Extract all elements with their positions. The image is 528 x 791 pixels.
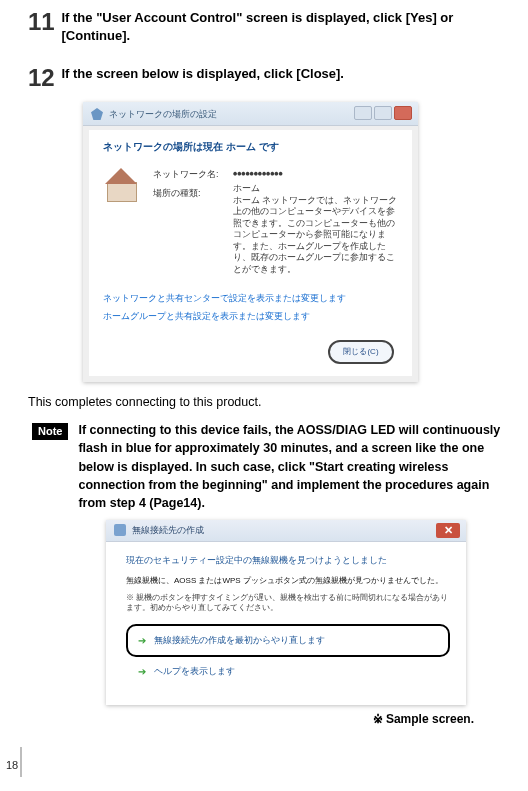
link-network-center[interactable]: ネットワークと共有センターで設定を表示または変更します (103, 289, 398, 307)
dialog1-label-column: ネットワーク名: 場所の種類: (153, 168, 219, 275)
wireless-creation-dialog: 無線接続先の作成 ✕ 現在のセキュリティー設定中の無線親機を見つけようとしました… (106, 520, 466, 705)
page-number: 18 (6, 758, 18, 773)
help-option[interactable]: ➔ ヘルプを表示します (126, 665, 450, 679)
step-11-text: If the "User Account Control" screen is … (61, 6, 501, 44)
dialog2-title: 無線接続先の作成 (132, 524, 204, 536)
dialog2-titlebar: 無線接続先の作成 ✕ (106, 520, 466, 542)
dialog2-line3: ※ 親機のボタンを押すタイミングが遅い、親機を検出する前に時間切れになる場合があ… (126, 593, 450, 614)
step-12-number: 12 (28, 62, 58, 94)
help-label: ヘルプを表示します (154, 666, 235, 677)
completion-text: This completes connecting to this produc… (28, 394, 508, 411)
dialog2-line1: 現在のセキュリティー設定中の無線親機を見つけようとしました (126, 554, 450, 566)
note-badge: Note (32, 423, 68, 440)
note-text: If connecting to this device fails, the … (78, 421, 508, 512)
step-12: 12 If the screen below is displayed, cli… (28, 62, 508, 94)
close-button-highlight[interactable]: 閉じる(C) (328, 340, 394, 364)
dialog2-line2: 無線親機に、AOSS またはWPS プッシュボタン式の無線親機が見つかりませんで… (126, 576, 450, 587)
house-icon (103, 168, 139, 204)
dialog1-title: ネットワークの場所の設定 (109, 108, 217, 120)
label-location-type: 場所の種類: (153, 187, 219, 201)
network-location-dialog: ネットワークの場所の設定 ネットワークの場所は現在 ホーム です ネットワーク名… (83, 102, 418, 382)
value-location-type: ホーム (233, 183, 398, 194)
window-close-button[interactable] (394, 106, 412, 120)
dialog1-labels: ネットワーク名: 場所の種類: ●●●●●●●●●●●● ホーム ホーム ネット… (153, 168, 398, 275)
link-homegroup[interactable]: ホームグループと共有設定を表示または変更します (103, 307, 398, 325)
dialog2-close-button[interactable]: ✕ (436, 523, 460, 538)
value-network-name: ●●●●●●●●●●●● (233, 168, 398, 179)
sample-screen-caption: ※ Sample screen. (28, 711, 508, 727)
network-icon (91, 108, 103, 120)
note-row: Note If connecting to this device fails,… (32, 421, 508, 512)
dialog1-heading: ネットワークの場所は現在 ホーム です (103, 140, 398, 154)
dialog1-value-column: ●●●●●●●●●●●● ホーム ホーム ネットワークでは、ネットワーク上の他の… (233, 168, 398, 275)
wireless-icon (114, 524, 126, 536)
arrow-icon: ➔ (138, 665, 146, 679)
dialog1-body: ネットワークの場所は現在 ホーム です ネットワーク名: 場所の種類: ●●●●… (89, 130, 412, 376)
minimize-button[interactable] (354, 106, 372, 120)
close-button-label: 閉じる(C) (343, 347, 378, 358)
maximize-button[interactable] (374, 106, 392, 120)
step-11-number: 11 (28, 6, 58, 38)
location-description: ホーム ネットワークでは、ネットワーク上の他のコンピューターやデバイスを参照でき… (233, 195, 398, 275)
restart-wireless-label: 無線接続先の作成を最初からやり直します (154, 635, 325, 646)
arrow-icon: ➔ (138, 634, 146, 648)
step-12-text: If the screen below is displayed, click … (61, 62, 501, 83)
restart-wireless-option[interactable]: ➔ 無線接続先の作成を最初からやり直します (126, 624, 450, 658)
window-buttons (354, 106, 412, 120)
dialog1-links: ネットワークと共有センターで設定を表示または変更します ホームグループと共有設定… (103, 289, 398, 325)
step-11: 11 If the "User Account Control" screen … (28, 6, 508, 44)
dialog2-body: 現在のセキュリティー設定中の無線親機を見つけようとしました 無線親機に、AOSS… (106, 542, 466, 687)
dialog1-content-row: ネットワーク名: 場所の種類: ●●●●●●●●●●●● ホーム ホーム ネット… (103, 168, 398, 275)
label-network-name: ネットワーク名: (153, 168, 219, 182)
dialog1-titlebar: ネットワークの場所の設定 (83, 102, 418, 126)
page-side-rule (20, 747, 22, 777)
